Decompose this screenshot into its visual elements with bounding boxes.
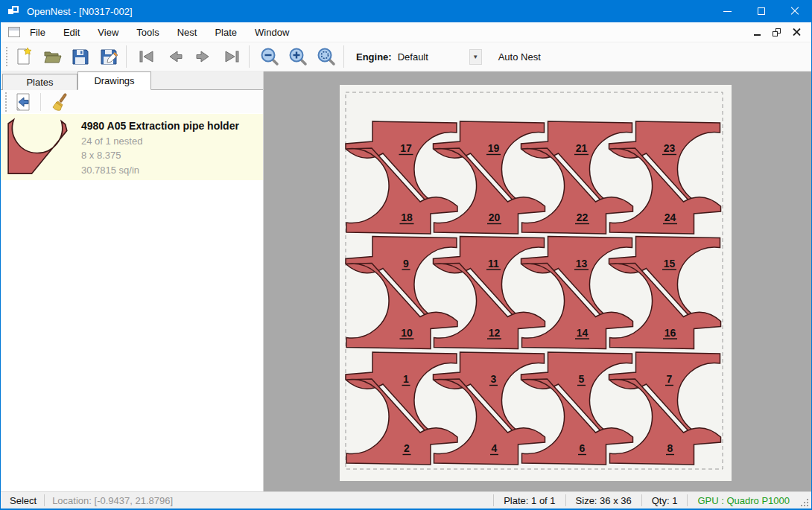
drawing-area: 30.7815 sq/in — [81, 165, 239, 176]
broom-icon — [51, 92, 71, 112]
next-arrow-icon — [194, 47, 213, 66]
part-number-10: 10 — [401, 327, 413, 339]
zoom-out-icon — [260, 47, 279, 66]
menu-view[interactable]: View — [89, 24, 127, 41]
part-number-21: 21 — [576, 142, 588, 154]
next-plate-button[interactable] — [191, 45, 216, 68]
menu-plate[interactable]: Plate — [206, 24, 245, 41]
previous-plate-button[interactable] — [162, 45, 188, 68]
zoom-in-button[interactable] — [285, 45, 311, 68]
opennest-window: { "window": { "title": "OpenNest - [N031… — [0, 0, 812, 510]
part-number-17: 17 — [400, 142, 412, 154]
part-number-11: 11 — [488, 258, 499, 270]
close-icon — [790, 7, 799, 16]
last-arrow-icon — [222, 47, 241, 66]
new-document-icon — [14, 47, 34, 66]
menu-bar: File Edit View Tools Nest Plate Window — [1, 22, 811, 42]
engine-label: Engine: — [356, 51, 392, 63]
status-gpu: GPU : Quadro P1000 — [695, 495, 792, 506]
first-plate-button[interactable] — [134, 45, 159, 68]
part-number-2: 2 — [404, 442, 410, 454]
part-number-23: 23 — [664, 142, 676, 154]
maximize-button[interactable] — [744, 0, 778, 22]
part-number-18: 18 — [401, 211, 413, 223]
save-as-button[interactable] — [96, 45, 121, 68]
open-folder-icon — [42, 47, 62, 66]
minimize-icon — [723, 11, 732, 12]
drawing-title: 4980 A05 Extraction pipe holder — [81, 120, 239, 132]
clear-drawings-button[interactable] — [48, 90, 74, 114]
part-number-13: 13 — [576, 258, 588, 270]
menu-tools[interactable]: Tools — [128, 24, 167, 41]
tab-drawings[interactable]: Drawings — [77, 71, 151, 90]
status-mode: Select — [10, 495, 37, 506]
document-icon[interactable] — [8, 27, 20, 37]
close-button[interactable] — [778, 0, 811, 22]
title-bar: OpenNest - [N0317-002] — [1, 0, 811, 22]
save-icon — [71, 47, 90, 66]
mdi-minimize-button[interactable] — [754, 34, 761, 36]
import-arrow-icon — [13, 92, 33, 112]
part-number-22: 22 — [577, 211, 589, 223]
toolbar-grip[interactable] — [6, 47, 8, 66]
part-number-14: 14 — [577, 327, 589, 339]
engine-value: Default — [396, 51, 468, 63]
part-number-9: 9 — [403, 258, 409, 270]
resize-grip[interactable] — [799, 497, 810, 508]
part-number-16: 16 — [664, 327, 676, 339]
part-number-3: 3 — [491, 373, 497, 385]
menu-file[interactable]: File — [22, 24, 54, 41]
save-as-icon — [99, 47, 118, 66]
thumbnail-part-shape — [8, 120, 67, 173]
chevron-down-icon[interactable]: ▼ — [469, 49, 482, 65]
zoom-extents-icon — [317, 47, 336, 66]
mdi-close-button[interactable] — [793, 28, 801, 36]
status-location: Location: [-0.9437, 21.8796] — [52, 495, 173, 506]
part-number-4: 4 — [492, 442, 498, 454]
status-bar: Select Location: [-0.9437, 21.8796] Plat… — [1, 491, 811, 509]
part-number-15: 15 — [664, 258, 676, 270]
mdi-restore-button[interactable] — [773, 28, 781, 36]
menu-nest[interactable]: Nest — [169, 24, 206, 41]
part-number-1: 1 — [403, 373, 409, 385]
zoom-extents-button[interactable] — [314, 45, 339, 68]
tab-strip: Plates Drawings — [1, 71, 263, 90]
import-drawing-button[interactable] — [10, 90, 36, 114]
nest-drawing: 171921231820222491113151012141613572468 — [264, 71, 812, 491]
left-panel: Plates Drawings 4980 A05 Extraction pipe… — [1, 71, 264, 491]
open-button[interactable] — [39, 45, 65, 68]
part-number-19: 19 — [488, 142, 500, 154]
part-number-8: 8 — [667, 442, 673, 454]
drawings-toolbar-grip[interactable] — [5, 92, 7, 112]
first-arrow-icon — [137, 47, 156, 66]
auto-nest-button[interactable]: Auto Nest — [492, 48, 547, 66]
drawing-size: 8 x 8.375 — [81, 150, 239, 161]
drawing-nested-count: 24 of 1 nested — [81, 136, 239, 147]
zoom-out-button[interactable] — [257, 45, 282, 68]
maximize-icon — [758, 7, 765, 15]
menu-edit[interactable]: Edit — [55, 24, 88, 41]
last-plate-button[interactable] — [219, 45, 244, 68]
status-size: Size: 36 x 36 — [574, 495, 634, 506]
drawing-list-item[interactable]: 4980 A05 Extraction pipe holder 24 of 1 … — [1, 114, 263, 180]
part-thumbnail — [7, 117, 71, 177]
tab-plates[interactable]: Plates — [2, 74, 77, 90]
zoom-in-icon — [288, 47, 308, 66]
nest-canvas[interactable]: 171921231820222491113151012141613572468 — [264, 71, 812, 491]
main-toolbar: Engine: Default ▼ Auto Nest — [1, 42, 811, 71]
status-plate: Plate: 1 of 1 — [501, 495, 557, 506]
part-number-5: 5 — [579, 373, 585, 385]
save-button[interactable] — [68, 45, 93, 68]
drawings-toolbar — [1, 90, 263, 113]
window-title: OpenNest - [N0317-002] — [27, 6, 133, 17]
part-number-6: 6 — [580, 442, 586, 454]
engine-combobox[interactable]: Default ▼ — [396, 48, 482, 66]
previous-arrow-icon — [165, 47, 185, 66]
part-number-20: 20 — [489, 211, 501, 223]
part-number-24: 24 — [664, 211, 676, 223]
new-button[interactable] — [11, 45, 37, 68]
part-number-12: 12 — [489, 327, 501, 339]
minimize-button[interactable] — [711, 0, 744, 22]
app-icon — [8, 6, 20, 16]
menu-window[interactable]: Window — [247, 24, 297, 41]
